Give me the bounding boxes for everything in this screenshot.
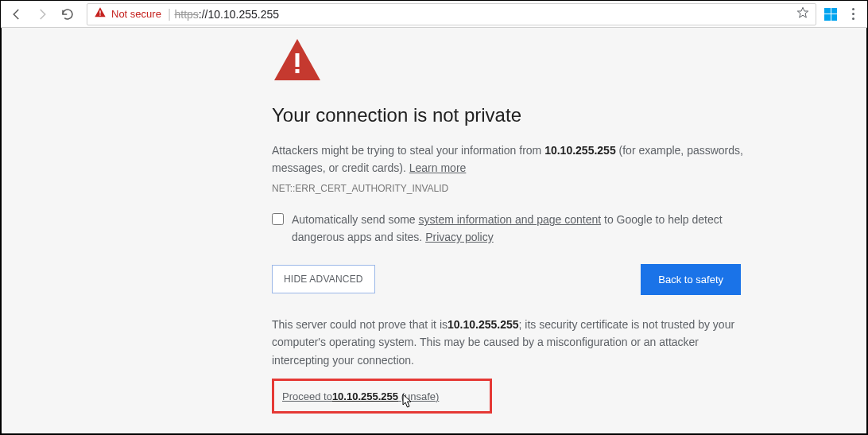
browser-menu-button[interactable] xyxy=(843,8,862,20)
windows-logo-icon[interactable] xyxy=(824,8,837,21)
hide-advanced-button[interactable]: HIDE ADVANCED xyxy=(272,265,375,293)
mouse-cursor-icon xyxy=(401,394,414,413)
url-text: https://10.10.255.255 xyxy=(174,8,279,21)
forward-button[interactable] xyxy=(31,3,53,25)
reporting-optin-row: Automatically send some system informati… xyxy=(272,212,749,246)
svg-rect-1 xyxy=(99,14,100,15)
security-label: Not secure xyxy=(111,8,161,20)
address-bar[interactable]: Not secure | https://10.10.255.255 xyxy=(87,3,816,25)
svg-marker-2 xyxy=(797,7,808,17)
svg-rect-0 xyxy=(99,10,100,14)
warning-triangle-icon xyxy=(274,39,749,84)
reporting-optin-checkbox[interactable] xyxy=(272,213,284,225)
learn-more-link[interactable]: Learn more xyxy=(409,161,467,174)
warning-triangle-icon xyxy=(94,6,107,21)
svg-rect-3 xyxy=(296,53,300,67)
system-info-link[interactable]: system information and page content xyxy=(419,213,602,226)
page-content: Your connection is not private Attackers… xyxy=(1,28,867,434)
page-title: Your connection is not private xyxy=(272,104,749,126)
back-button[interactable] xyxy=(6,3,28,25)
proceed-unsafe-link[interactable]: Proceed to10.10.255.255 (unsafe) xyxy=(282,390,439,402)
warning-description: Attackers might be trying to steal your … xyxy=(272,142,749,177)
back-to-safety-button[interactable]: Back to safety xyxy=(641,264,741,295)
bookmark-star-icon[interactable] xyxy=(796,6,809,22)
error-code: NET::ERR_CERT_AUTHORITY_INVALID xyxy=(272,183,749,194)
svg-rect-4 xyxy=(296,69,300,73)
reload-button[interactable] xyxy=(56,3,79,25)
security-indicator[interactable]: Not secure xyxy=(94,6,161,21)
proceed-highlight-box: Proceed to10.10.255.255 (unsafe) xyxy=(272,379,492,414)
privacy-policy-link[interactable]: Privacy policy xyxy=(425,231,494,243)
browser-toolbar: Not secure | https://10.10.255.255 xyxy=(1,1,867,28)
certificate-detail-text: This server could not prove that it is10… xyxy=(272,316,741,369)
